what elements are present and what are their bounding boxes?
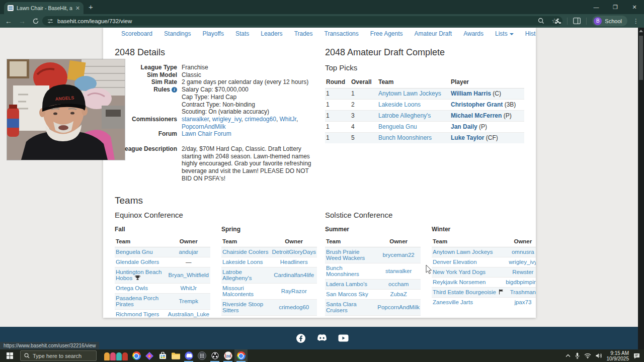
player-link[interactable]: William Harris [451,90,491,97]
owner-link[interactable]: PopcornAndMilk [377,304,420,310]
owner-link[interactable]: omnusra [512,249,534,255]
team-link[interactable]: Benguela Gnu [378,123,417,130]
facebook-icon[interactable] [296,333,306,343]
taskbar-clock[interactable]: 9:15 AM 10/9/2025 [607,350,629,361]
team-link[interactable]: Lakeside Loons [222,259,263,265]
nav-item-history[interactable]: History [525,30,536,37]
team-link[interactable]: Trout Stream Fly Tiers [222,317,265,318]
discord-icon[interactable] [316,334,328,342]
player-link[interactable]: Michael McFerren [451,112,502,119]
nav-item-leaders[interactable]: Leaders [261,30,282,37]
browser-tab[interactable]: Lawn Chair - BaseHit, a free sim ✕ [4,2,84,14]
nav-item-scoreboard[interactable]: Scoreboard [121,30,152,37]
owner-link[interactable]: DetroitGloryDays [272,249,316,255]
owner-link[interactable]: Headliners [280,259,308,265]
team-link[interactable]: Riverside Stoop Sitters [222,301,263,313]
nav-item-lists[interactable]: Lists [495,30,514,37]
nav-item-transactions[interactable]: Transactions [325,30,359,37]
team-link[interactable]: Bunch Moonshiners [326,265,359,277]
address-bar[interactable]: basehit.com/league/732/view ☆ [42,16,562,26]
taskbar-search-input[interactable] [33,353,88,359]
owner-link[interactable]: Trempk [179,298,198,304]
team-link[interactable]: Anytown Lawn Jockeys [433,249,493,255]
commissioner-link[interactable]: WhitJr [280,116,296,123]
team-link[interactable]: Chairside Coolers [222,249,268,255]
owner-link[interactable]: starwalker [385,268,412,274]
browser-profile-button[interactable]: B School [592,16,627,26]
team-link[interactable]: Richmond Tigers [116,311,159,317]
window-maximize-button[interactable]: ❐ [606,0,625,14]
zoom-icon[interactable] [538,18,544,24]
player-link[interactable]: Christopher Grant [451,101,503,108]
owner-link[interactable]: crimedog60 [279,304,309,310]
grid-app-icon[interactable] [195,349,208,362]
wifi-icon[interactable] [584,353,591,358]
owner-link[interactable]: bigdbpimpin1 [506,279,536,285]
tab-close-icon[interactable]: ✕ [75,6,80,11]
microphone-icon[interactable] [575,352,580,359]
owner-link[interactable]: wfn71 [391,317,407,318]
player-link[interactable]: Jan Daily [451,123,477,130]
nav-item-amateur-draft[interactable]: Amateur Draft [415,30,452,37]
tray-expand-icon[interactable] [566,354,571,357]
team-link[interactable]: Anytown Lawn Jockeys [378,90,441,97]
team-link[interactable]: Denver Elevation [433,259,477,265]
obs-studio-icon[interactable] [208,349,221,362]
owner-link[interactable]: Bryan_Whitfield [168,272,209,278]
player-link[interactable]: Luke Taylor [451,134,484,141]
nav-item-playoffs[interactable]: Playoffs [202,30,223,37]
owner-link[interactable]: bryceman22 [382,252,414,258]
owner-link[interactable]: wrigley_ivy [509,259,536,265]
discord-taskbar-icon[interactable] [182,349,195,362]
back-button[interactable]: ← [5,17,12,25]
nav-item-free-agents[interactable]: Free Agents [370,30,403,37]
commissioner-link[interactable]: PopcornAndMilk [182,123,225,130]
team-link[interactable]: Glendale Golfers [116,259,159,265]
taskbar-search[interactable] [20,350,97,361]
microsoft-store-icon[interactable] [156,349,169,362]
forum-link[interactable]: Lawn Chair Forum [182,130,231,137]
start-button[interactable] [0,349,19,362]
reload-button[interactable] [32,18,39,25]
file-explorer-icon[interactable] [169,349,182,362]
youtube-icon[interactable] [338,334,349,342]
team-link[interactable]: Zanesville Jarts [433,299,473,305]
side-panel-icon[interactable] [573,18,581,24]
chrome-active-icon[interactable] [234,349,248,362]
window-minimize-button[interactable]: — [587,0,606,14]
owner-link[interactable]: andujar [179,249,198,255]
team-link[interactable]: Ladera Lambo's [326,281,367,287]
owner-link[interactable]: Australian_Luke [168,311,209,317]
volume-icon[interactable] [596,353,602,358]
team-link[interactable]: Latrobe Allegheny's [222,269,252,281]
notification-center-icon[interactable] [633,353,640,359]
team-link[interactable]: Tiki Torches [326,317,357,318]
team-link[interactable]: New York Yard Dogs [433,269,486,275]
team-link[interactable]: Brush Prairie Weed Wackers [326,249,365,261]
forward-button[interactable]: → [19,17,26,25]
people-widget-icon[interactable] [102,349,130,362]
url-text[interactable]: basehit.com/league/732/view [57,18,132,24]
chrome-icon[interactable] [130,349,143,362]
commissioner-link[interactable]: wrigley_ivy [212,116,242,123]
team-link[interactable]: Third Estate Bourgeoisie [433,289,496,295]
team-link[interactable]: Reykjavik Norsemen [433,279,486,285]
owner-link[interactable]: ZubaZ [390,291,407,297]
team-link[interactable]: Lakeside Loons [378,101,421,108]
owner-link[interactable]: jpax73 [514,299,531,305]
owner-link[interactable]: occham [388,281,409,287]
scroll-up-arrow-icon[interactable] [639,30,643,32]
team-link[interactable]: Benguela Gnu [116,249,153,255]
nav-item-stats[interactable]: Stats [235,30,249,37]
design-app-icon[interactable] [143,349,156,362]
team-link[interactable]: Santa Clara Cruisers [326,301,357,313]
info-icon[interactable]: i [172,87,177,93]
owner-link[interactable]: Cardinalfan4life [274,272,314,278]
team-link[interactable]: San Marcos Sky [326,291,368,297]
owner-link[interactable]: Rewster [512,269,533,275]
scrollbar-thumb[interactable] [639,36,643,80]
owner-link[interactable]: WhitJr [180,285,197,291]
team-link[interactable]: Bunch Moonshiners [378,134,432,141]
owner-link[interactable]: Trashman [510,289,536,295]
nav-item-awards[interactable]: Awards [463,30,484,37]
